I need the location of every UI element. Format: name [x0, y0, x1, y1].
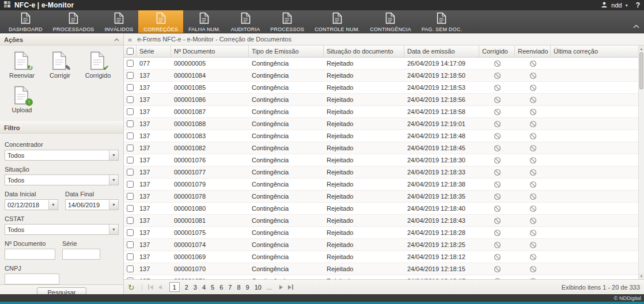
page-link-8[interactable]: 8 [237, 284, 240, 291]
table-row[interactable]: 137000001077ContingênciaRejeitado24/04/2… [124, 166, 638, 178]
table-row[interactable]: 137000001074ContingênciaRejeitado24/04/2… [124, 239, 638, 251]
next-page-icon[interactable] [278, 285, 284, 290]
table-row[interactable]: 137000001069ContingênciaRejeitado24/04/2… [124, 251, 638, 263]
table-row[interactable]: 137000001075ContingênciaRejeitado24/04/2… [124, 227, 638, 239]
ribbon-tab-contingencia[interactable]: CONTINGÊNCIA [365, 10, 416, 33]
reenviado-status-icon [515, 263, 551, 275]
table-row[interactable]: 137000001088ContingênciaRejeitado24/04/2… [124, 118, 638, 130]
cnpj-input[interactable] [5, 273, 59, 284]
row-checkbox[interactable] [127, 120, 134, 127]
table-row[interactable]: 137000001082ContingênciaRejeitado24/04/2… [124, 142, 638, 154]
row-checkbox[interactable] [127, 132, 134, 139]
select-all-checkbox[interactable] [127, 48, 134, 55]
scroll-down-icon[interactable]: ▼ [639, 273, 644, 279]
app-logo-icon [4, 1, 11, 9]
prev-page-icon[interactable] [157, 285, 163, 290]
row-checkbox[interactable] [127, 157, 134, 164]
serie-input[interactable] [62, 249, 100, 260]
row-checkbox[interactable] [127, 60, 134, 67]
data-final-dropdown-icon[interactable]: ▼ [109, 199, 119, 210]
row-checkbox[interactable] [127, 265, 134, 272]
cstat-dropdown-icon[interactable]: ▼ [109, 224, 119, 235]
row-checkbox[interactable] [127, 217, 134, 224]
table-row[interactable]: 077000000005ContingênciaRejeitado26/04/2… [124, 58, 638, 70]
table-row[interactable]: 137000001071ContingênciaRejeitado24/04/2… [124, 275, 638, 279]
row-checkbox[interactable] [127, 193, 134, 200]
row-checkbox[interactable] [127, 72, 134, 79]
table-row[interactable]: 137000001086ContingênciaRejeitado24/04/2… [124, 94, 638, 106]
page-link-7[interactable]: 7 [228, 284, 232, 291]
table-row[interactable]: 137000001079ContingênciaRejeitado24/04/2… [124, 178, 638, 191]
first-page-icon[interactable] [147, 284, 154, 290]
table-row[interactable]: 137000001085ContingênciaRejeitado24/04/2… [124, 82, 638, 94]
table-row[interactable]: 137000001070ContingênciaRejeitado24/04/2… [124, 263, 638, 275]
situacao-input[interactable] [5, 174, 119, 185]
ribbon-collapse-icon[interactable] [633, 23, 639, 30]
ribbon-tab-invalidos[interactable]: INVÁLIDOS [100, 10, 139, 33]
data-inicial-dropdown-icon[interactable]: ▼ [48, 199, 58, 210]
sidebar-collapse-icon[interactable]: « [128, 36, 132, 43]
page-link-5[interactable]: 5 [211, 284, 214, 291]
column-header-reenviado[interactable]: Reenviado [515, 45, 551, 57]
page-link-2[interactable]: 2 [185, 284, 188, 291]
page-link-6[interactable]: 6 [219, 284, 223, 291]
current-page[interactable]: 1 [169, 282, 180, 292]
row-checkbox[interactable] [127, 145, 134, 151]
concentrador-dropdown-icon[interactable]: ▼ [109, 150, 119, 161]
row-checkbox[interactable] [127, 205, 134, 212]
page-link-4[interactable]: 4 [202, 284, 206, 291]
row-checkbox[interactable] [127, 278, 134, 279]
cstat-input[interactable] [5, 224, 119, 235]
column-header-corrigido[interactable]: Corrigido [479, 45, 515, 57]
ribbon-tab-dashboard[interactable]: DASHBOARD [3, 10, 48, 33]
situacao-dropdown-icon[interactable]: ▼ [109, 174, 119, 185]
corrigido-action[interactable]: ✔ Corrigido [79, 51, 117, 79]
ribbon-tab-processos[interactable]: PROCESSOS [265, 10, 309, 33]
page-link-10[interactable]: 10 [255, 284, 262, 291]
row-checkbox[interactable] [127, 181, 134, 188]
page-link-3[interactable]: 3 [194, 284, 197, 291]
table-row[interactable]: 137000001083ContingênciaRejeitado24/04/2… [124, 130, 638, 142]
refresh-icon[interactable]: ↻ [128, 283, 135, 291]
row-checkbox[interactable] [127, 108, 134, 115]
ribbon-tab-processados[interactable]: PROCESSADOS [48, 10, 100, 33]
scrollbar-thumb[interactable] [639, 52, 643, 89]
table-row[interactable]: 137000001084ContingênciaRejeitado24/04/2… [124, 70, 638, 82]
table-row[interactable]: 137000001087ContingênciaRejeitado24/04/2… [124, 106, 638, 118]
page-link-9[interactable]: 9 [246, 284, 249, 291]
table-row[interactable]: 137000001080ContingênciaRejeitado24/04/2… [124, 203, 638, 215]
scroll-up-icon[interactable]: ▲ [639, 45, 644, 52]
help-icon[interactable]: ? [636, 1, 640, 9]
ribbon-tab-controle-num[interactable]: CONTROLE NUM. [309, 10, 365, 33]
actions-collapse-icon[interactable] [114, 36, 119, 43]
table-row[interactable]: 137000001078ContingênciaRejeitado24/04/2… [124, 191, 638, 203]
row-checkbox[interactable] [127, 96, 134, 103]
user-menu[interactable]: ndd [611, 2, 622, 9]
column-header-data-de-emissao[interactable]: Data de emissão [404, 45, 479, 57]
table-row[interactable]: 137000001081ContingênciaRejeitado24/04/2… [124, 215, 638, 227]
column-header-situacao-do-documento[interactable]: Situação do documento [324, 45, 404, 57]
table-row[interactable]: 137000001076ContingênciaRejeitado24/04/2… [124, 154, 638, 166]
vertical-scrollbar[interactable]: ▲ ▼ [638, 45, 644, 279]
row-checkbox[interactable] [127, 229, 134, 236]
row-checkbox[interactable] [127, 84, 134, 91]
reenviar-action[interactable]: ↻ Reenviar [3, 51, 41, 79]
ribbon-tab-correcoes[interactable]: CORREÇÕES [138, 10, 183, 33]
row-checkbox[interactable] [127, 241, 134, 248]
concentrador-input[interactable] [5, 150, 119, 161]
column-header-serie[interactable]: Série [137, 45, 171, 57]
user-menu-caret-icon[interactable]: ▾ [626, 3, 628, 8]
corrigir-action[interactable]: ✎ Corrigir [41, 51, 79, 79]
row-checkbox[interactable] [127, 253, 134, 260]
upload-action[interactable]: ↑ Upload [3, 86, 41, 113]
ribbon-tab-auditoria[interactable]: AUDITORIA [226, 10, 266, 33]
column-header-ultima-correcao[interactable]: Última correção [551, 45, 638, 57]
column-header-tipo-de-emissao[interactable]: Tipo de Emissão [249, 45, 324, 57]
row-checkbox[interactable] [127, 169, 134, 176]
column-header-n-documento[interactable]: Nº Documento [171, 45, 249, 57]
ribbon-tab-pag-sem-doc[interactable]: PAG. SEM DOC. [416, 10, 467, 33]
ribbon-tab-falha-num[interactable]: FALHA NUM. [183, 10, 226, 33]
cell-tipo-emissao: Contingência [249, 251, 324, 263]
num-documento-input[interactable] [5, 249, 55, 260]
last-page-icon[interactable] [287, 284, 294, 290]
